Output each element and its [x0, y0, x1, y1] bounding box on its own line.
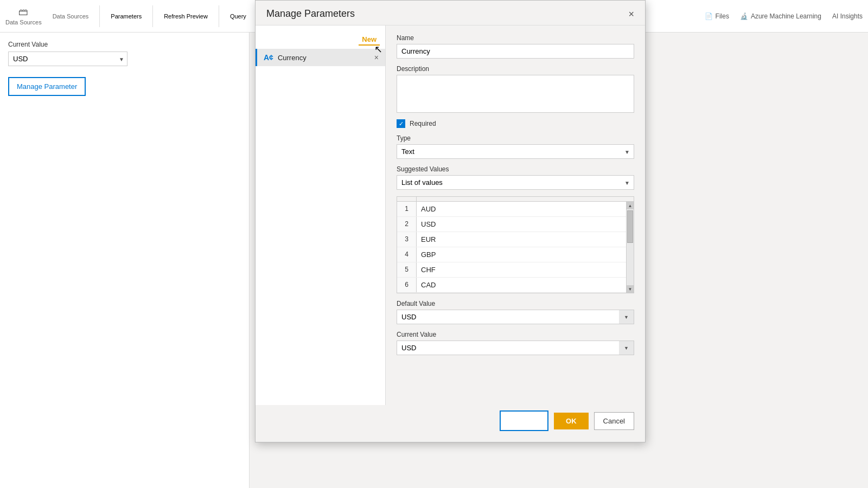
divider2: [152, 5, 153, 27]
divider3: [219, 5, 219, 27]
row-val: USD: [417, 217, 634, 232]
cancel-button[interactable]: Cancel: [594, 412, 634, 430]
modal-list-panel: New A¢ Currency ×: [256, 25, 386, 405]
row-num: 5: [397, 262, 417, 277]
suggested-values-row: Suggested Values Any value List of value…: [397, 165, 634, 190]
current-value-form-label: Current Value: [397, 331, 634, 338]
type-label: Type: [397, 134, 634, 142]
default-value-arrow-btn[interactable]: ▼: [619, 310, 634, 324]
current-value-form-select[interactable]: USD AUD EUR GBP CHF CAD: [397, 341, 634, 355]
ribbon-group-query[interactable]: Query: [230, 13, 246, 20]
param-item-label: Currency: [278, 54, 307, 62]
row-num: 4: [397, 247, 417, 262]
table-row[interactable]: 6 CAD: [397, 278, 634, 293]
description-textarea[interactable]: [397, 75, 634, 113]
row-num: 2: [397, 217, 417, 232]
modal-close-button[interactable]: ×: [628, 9, 634, 19]
table-row[interactable]: 1 AUD: [397, 202, 634, 217]
modal-body: New A¢ Currency × Name Description: [256, 25, 645, 405]
modal-title: Manage Parameters: [266, 8, 355, 20]
new-parameter-button[interactable]: New: [359, 34, 380, 46]
modal-title-bar: Manage Parameters ×: [256, 1, 645, 25]
row-num: 1: [397, 202, 417, 216]
grid-scrollbar[interactable]: ▲ ▼: [626, 202, 634, 293]
ok-button[interactable]: OK: [554, 413, 589, 429]
values-grid-header: [397, 197, 634, 202]
scrollbar-down-btn[interactable]: ▼: [627, 285, 634, 293]
row-num: 6: [397, 278, 417, 292]
left-panel: Current Value USD ▼ Manage Parameter: [0, 33, 250, 488]
current-value-arrow-btn[interactable]: ▼: [619, 341, 634, 355]
data-sources-label: Data Sources: [53, 13, 89, 20]
scrollbar-thumb[interactable]: [627, 210, 633, 243]
grid-header-value: [417, 197, 634, 201]
ribbon-group-data: 🗃 Data Sources: [5, 7, 42, 25]
modal-form-panel: Name Description ✓ Required Type: [386, 25, 645, 405]
values-grid-body: 1 AUD 2 USD 3 EUR 4 GBP 5 CHF 6 CAD ▲ ▼: [397, 202, 634, 293]
ribbon-group-parameters[interactable]: Parameters: [111, 13, 142, 20]
name-row: Name: [397, 34, 634, 59]
type-select-wrapper: Text Decimal Number Whole Number Date/Ti…: [397, 144, 634, 159]
currency-param-item[interactable]: A¢ Currency ×: [256, 49, 385, 66]
scrollbar-up-btn[interactable]: ▲: [627, 202, 634, 209]
required-row[interactable]: ✓ Required: [397, 119, 634, 128]
description-label: Description: [397, 65, 634, 73]
description-row: Description: [397, 65, 634, 113]
type-select[interactable]: Text Decimal Number Whole Number Date/Ti…: [397, 144, 634, 159]
table-row[interactable]: 5 CHF: [397, 262, 634, 278]
query-label: Query: [230, 13, 246, 20]
suggested-values-select[interactable]: Any value List of values Query: [397, 175, 634, 190]
grid-header-num: [397, 197, 417, 201]
default-value-row: Default Value USD AUD EUR GBP CHF CAD ▼: [397, 300, 634, 324]
name-input[interactable]: [397, 44, 634, 59]
name-label: Name: [397, 34, 634, 42]
default-value-select[interactable]: USD AUD EUR GBP CHF CAD: [397, 310, 634, 324]
type-row: Type Text Decimal Number Whole Number Da…: [397, 134, 634, 159]
scrollbar-track: [627, 209, 634, 285]
manage-parameters-modal: Manage Parameters × New A¢ Currency ×: [255, 0, 646, 442]
default-value-label: Default Value: [397, 300, 634, 307]
table-row[interactable]: 2 USD: [397, 217, 634, 232]
ribbon-label-data-sources: Data Sources: [5, 19, 42, 25]
ribbon-group-datasources: Data Sources: [53, 13, 89, 20]
row-val: CAD: [417, 278, 634, 292]
row-val: AUD: [417, 202, 634, 216]
refresh-label: Refresh Preview: [164, 13, 208, 20]
current-value-select-wrapper: USD ▼: [8, 52, 127, 66]
table-row[interactable]: 4 GBP: [397, 247, 634, 262]
manage-parameter-button[interactable]: Manage Parameter: [8, 77, 86, 96]
default-value-dropdown-wrapper: USD AUD EUR GBP CHF CAD ▼: [397, 310, 634, 324]
modal-overlay: Manage Parameters × New A¢ Currency ×: [250, 0, 868, 488]
row-val: CHF: [417, 262, 634, 277]
modal-list-header: New: [256, 31, 385, 49]
current-value-label: Current Value: [8, 41, 241, 48]
current-value-dropdown-wrapper: USD AUD EUR GBP CHF CAD ▼: [397, 341, 634, 355]
table-row[interactable]: 3 EUR: [397, 232, 634, 247]
row-val: GBP: [417, 247, 634, 262]
row-val: EUR: [417, 232, 634, 247]
param-item-close-button[interactable]: ×: [374, 53, 379, 62]
divider: [99, 5, 100, 27]
ribbon-group-refresh[interactable]: Refresh Preview: [164, 13, 208, 20]
current-value-row: Current Value USD AUD EUR GBP CHF CAD ▼: [397, 331, 634, 355]
current-value-select[interactable]: USD: [8, 52, 127, 66]
parameters-label: Parameters: [111, 13, 142, 20]
suggested-values-select-wrapper: Any value List of values Query ▼: [397, 175, 634, 190]
required-label: Required: [410, 120, 436, 127]
suggested-values-label: Suggested Values: [397, 165, 634, 173]
footer-blank-button[interactable]: [500, 410, 548, 431]
row-num: 3: [397, 232, 417, 247]
param-item-icon: A¢: [264, 53, 273, 62]
values-grid: 1 AUD 2 USD 3 EUR 4 GBP 5 CHF 6 CAD ▲ ▼: [397, 196, 634, 293]
required-checkbox[interactable]: ✓: [397, 119, 405, 128]
modal-footer: OK Cancel: [256, 405, 645, 431]
